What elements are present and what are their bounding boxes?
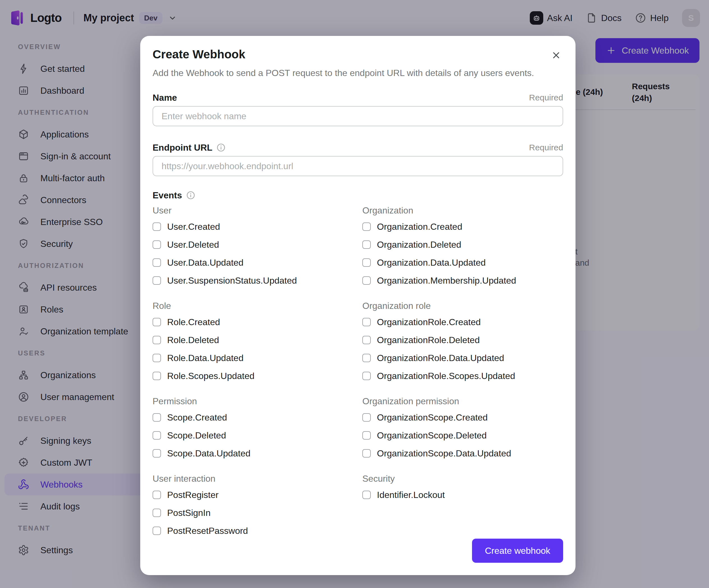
endpoint-url-input[interactable] <box>153 156 563 176</box>
checkbox[interactable] <box>153 527 161 535</box>
event-group-title: Role <box>153 301 353 311</box>
event-label: Identifier.Lockout <box>377 490 445 500</box>
event-label: User.SuspensionStatus.Updated <box>167 276 297 286</box>
event-label: OrganizationRole.Scopes.Updated <box>377 371 515 381</box>
event-checkbox-row[interactable]: Scope.Created <box>153 413 353 422</box>
checkbox[interactable] <box>153 276 161 285</box>
event-group-role: Role Role.Created Role.Deleted Role.Data… <box>153 301 353 389</box>
create-webhook-modal: Create Webhook Add the Webhook to send a… <box>140 36 576 575</box>
event-group-organization-role: Organization role OrganizationRole.Creat… <box>362 301 563 389</box>
checkbox[interactable] <box>153 258 161 267</box>
modal-title: Create Webhook <box>153 48 245 61</box>
checkbox[interactable] <box>153 223 161 231</box>
checkbox[interactable] <box>362 413 371 421</box>
event-group-security: Security Identifier.Lockout <box>362 474 563 544</box>
checkbox[interactable] <box>153 336 161 344</box>
event-label: OrganizationRole.Data.Updated <box>377 353 504 363</box>
event-checkbox-row[interactable]: Role.Data.Updated <box>153 354 353 362</box>
events-grid: User User.Created User.Deleted User.Data… <box>153 205 563 544</box>
event-checkbox-row[interactable]: Role.Created <box>153 317 353 327</box>
event-label: OrganizationScope.Data.Updated <box>377 448 511 459</box>
event-label: Role.Data.Updated <box>167 353 243 363</box>
event-checkbox-row[interactable]: OrganizationRole.Scopes.Updated <box>362 372 563 380</box>
event-checkbox-row[interactable]: Role.Scopes.Updated <box>153 372 353 380</box>
event-label: OrganizationScope.Created <box>377 412 488 423</box>
name-field-label: Name <box>153 93 177 103</box>
info-icon[interactable] <box>216 143 226 152</box>
checkbox[interactable] <box>362 276 371 285</box>
checkbox[interactable] <box>362 318 371 326</box>
event-checkbox-row[interactable]: OrganizationScope.Deleted <box>362 431 563 440</box>
event-group-organization: Organization Organization.Created Organi… <box>362 205 563 294</box>
event-label: User.Deleted <box>167 239 219 250</box>
event-group-title: Permission <box>153 396 353 406</box>
event-checkbox-row[interactable]: User.Data.Updated <box>153 258 353 267</box>
event-checkbox-row[interactable]: Organization.Data.Updated <box>362 258 563 267</box>
event-label: Role.Created <box>167 317 220 327</box>
event-label: Role.Scopes.Updated <box>167 371 254 381</box>
event-checkbox-row[interactable]: OrganizationRole.Deleted <box>362 335 563 344</box>
checkbox[interactable] <box>153 431 161 440</box>
checkbox[interactable] <box>362 258 371 267</box>
event-label: Organization.Deleted <box>377 239 461 250</box>
event-checkbox-row[interactable]: Scope.Data.Updated <box>153 449 353 458</box>
event-label: Role.Deleted <box>167 335 219 346</box>
checkbox[interactable] <box>153 240 161 249</box>
event-checkbox-row[interactable]: OrganizationScope.Data.Updated <box>362 449 563 458</box>
event-checkbox-row[interactable]: PostSignIn <box>153 508 353 517</box>
event-label: User.Data.Updated <box>167 258 243 268</box>
event-checkbox-row[interactable]: Role.Deleted <box>153 335 353 344</box>
event-group-title: Security <box>362 474 563 484</box>
checkbox[interactable] <box>362 223 371 231</box>
event-checkbox-row[interactable]: OrganizationRole.Data.Updated <box>362 354 563 362</box>
checkbox[interactable] <box>362 491 371 499</box>
event-checkbox-row[interactable]: Organization.Deleted <box>362 240 563 249</box>
checkbox[interactable] <box>362 336 371 344</box>
event-label: PostSignIn <box>167 508 211 518</box>
checkbox[interactable] <box>362 354 371 362</box>
checkbox[interactable] <box>153 491 161 499</box>
event-checkbox-row[interactable]: Scope.Deleted <box>153 431 353 440</box>
checkbox[interactable] <box>153 318 161 326</box>
event-group-title: User <box>153 205 353 215</box>
checkbox[interactable] <box>362 240 371 249</box>
event-label: Organization.Membership.Updated <box>377 276 516 286</box>
event-checkbox-row[interactable]: Identifier.Lockout <box>362 490 563 500</box>
event-checkbox-row[interactable]: User.Created <box>153 222 353 231</box>
checkbox[interactable] <box>153 449 161 458</box>
event-checkbox-row[interactable]: PostResetPassword <box>153 526 353 535</box>
event-checkbox-row[interactable]: PostRegister <box>153 490 353 500</box>
modal-description: Add the Webhook to send a POST request t… <box>153 67 563 79</box>
required-hint: Required <box>529 143 563 152</box>
checkbox[interactable] <box>362 449 371 458</box>
event-label: Scope.Data.Updated <box>167 448 251 459</box>
event-checkbox-row[interactable]: Organization.Created <box>362 222 563 231</box>
info-icon[interactable] <box>186 190 195 200</box>
event-checkbox-row[interactable]: User.Deleted <box>153 240 353 249</box>
checkbox[interactable] <box>362 372 371 380</box>
event-label: OrganizationRole.Created <box>377 317 481 327</box>
event-group-user-interaction: User interaction PostRegister PostSignIn… <box>153 474 353 544</box>
event-checkbox-row[interactable]: OrganizationRole.Created <box>362 317 563 327</box>
event-checkbox-row[interactable]: Organization.Membership.Updated <box>362 276 563 285</box>
required-hint: Required <box>529 93 563 102</box>
event-label: Scope.Created <box>167 412 227 423</box>
checkbox[interactable] <box>153 372 161 380</box>
submit-create-webhook-button[interactable]: Create webhook <box>472 539 563 563</box>
checkbox[interactable] <box>153 354 161 362</box>
checkbox[interactable] <box>362 431 371 440</box>
event-checkbox-row[interactable]: User.SuspensionStatus.Updated <box>153 276 353 285</box>
event-label: OrganizationRole.Deleted <box>377 335 479 346</box>
event-group-title: Organization role <box>362 301 563 311</box>
event-label: OrganizationScope.Deleted <box>377 430 487 441</box>
webhook-name-input[interactable] <box>153 106 563 126</box>
event-label: Scope.Deleted <box>167 430 226 441</box>
close-button[interactable] <box>549 48 563 62</box>
event-group-user: User User.Created User.Deleted User.Data… <box>153 205 353 294</box>
checkbox[interactable] <box>153 413 161 421</box>
event-checkbox-row[interactable]: OrganizationScope.Created <box>362 413 563 422</box>
event-group-title: Organization <box>362 205 563 215</box>
endpoint-url-label: Endpoint URL <box>153 143 212 153</box>
event-group-title: Organization permission <box>362 396 563 406</box>
checkbox[interactable] <box>153 509 161 517</box>
